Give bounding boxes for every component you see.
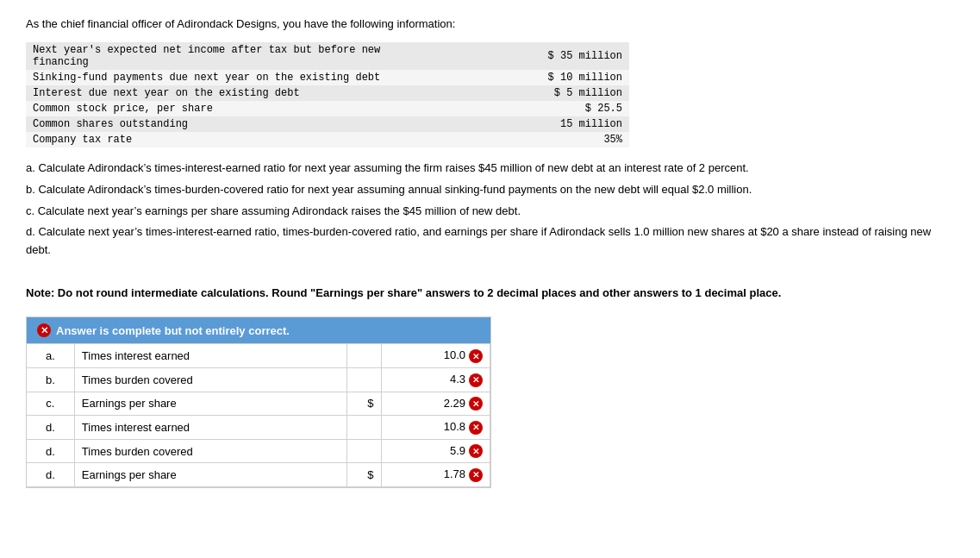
- answer-row-label: c.: [27, 392, 74, 416]
- answer-value: 1.78✕: [381, 463, 490, 487]
- info-label: Common shares outstanding: [26, 116, 414, 132]
- answer-row: d. Times interest earned 10.8✕: [27, 416, 490, 440]
- answer-header-text: Answer is complete but not entirely corr…: [56, 324, 290, 337]
- answer-row: c. Earnings per share $ 2.29✕: [27, 392, 490, 416]
- answer-value: 4.3✕: [381, 368, 490, 392]
- info-label: Interest due next year on the existing d…: [26, 85, 414, 101]
- answer-value: 10.8✕: [381, 416, 490, 440]
- answer-dollar: [347, 344, 382, 368]
- error-badge: ✕: [469, 468, 483, 482]
- answer-row-label: b.: [27, 368, 74, 392]
- info-row: Next year's expected net income after ta…: [26, 42, 629, 70]
- info-label: Common stock price, per share: [26, 101, 414, 116]
- answer-row: d. Times burden covered 5.9✕: [27, 439, 490, 463]
- answer-desc: Times interest earned: [74, 344, 346, 368]
- info-label: Sinking-fund payments due next year on t…: [26, 70, 414, 85]
- answer-dollar: $: [347, 392, 382, 416]
- question-item: d. Calculate next year’s times-interest-…: [26, 223, 954, 260]
- answer-header: ✕ Answer is complete but not entirely co…: [27, 317, 490, 343]
- answer-row-label: a.: [27, 344, 74, 368]
- question-item: c. Calculate next year’s earnings per sh…: [26, 203, 954, 221]
- answer-row: a. Times interest earned 10.0✕: [27, 344, 490, 368]
- answer-row: d. Earnings per share $ 1.78✕: [27, 463, 490, 487]
- info-value: $ 10 million: [414, 70, 629, 85]
- info-row: Company tax rate35%: [26, 132, 629, 147]
- answer-dollar: [347, 416, 382, 440]
- info-value: $ 35 million: [414, 42, 629, 70]
- question-item: a. Calculate Adirondack’s times-interest…: [26, 160, 954, 178]
- error-badge: ✕: [469, 397, 483, 411]
- answer-value: 2.29✕: [381, 392, 490, 416]
- info-label: Company tax rate: [26, 132, 414, 147]
- info-row: Common stock price, per share$ 25.5: [26, 101, 629, 116]
- error-icon: ✕: [37, 323, 51, 337]
- info-value: $ 5 million: [414, 85, 629, 101]
- answer-row-label: d.: [27, 416, 74, 440]
- error-badge: ✕: [469, 421, 483, 435]
- answer-dollar: [347, 439, 382, 463]
- answer-value: 10.0✕: [381, 344, 490, 368]
- questions-section: a. Calculate Adirondack’s times-interest…: [26, 160, 954, 260]
- note-text: Note: Do not round intermediate calculat…: [26, 285, 954, 302]
- answer-desc: Earnings per share: [74, 392, 346, 416]
- question-item: b. Calculate Adirondack’s times-burden-c…: [26, 181, 954, 199]
- info-value: 15 million: [414, 116, 629, 132]
- answer-dollar: [347, 368, 382, 392]
- answer-row: b. Times burden covered 4.3✕: [27, 368, 490, 392]
- info-row: Interest due next year on the existing d…: [26, 85, 629, 101]
- info-table: Next year's expected net income after ta…: [26, 42, 629, 147]
- info-label: Next year's expected net income after ta…: [26, 42, 414, 70]
- error-badge: ✕: [469, 349, 483, 363]
- answer-desc: Times burden covered: [74, 439, 346, 463]
- answer-dollar: $: [347, 463, 382, 487]
- intro-text: As the chief financial officer of Adiron…: [26, 17, 954, 30]
- answer-table: a. Times interest earned 10.0✕ b. Times …: [27, 343, 490, 486]
- answer-desc: Times interest earned: [74, 416, 346, 440]
- answer-row-label: d.: [27, 439, 74, 463]
- error-badge: ✕: [469, 373, 483, 387]
- info-row: Sinking-fund payments due next year on t…: [26, 70, 629, 85]
- info-value: 35%: [414, 132, 629, 147]
- answer-box: ✕ Answer is complete but not entirely co…: [26, 317, 491, 487]
- answer-value: 5.9✕: [381, 439, 490, 463]
- answer-desc: Earnings per share: [74, 463, 346, 487]
- info-row: Common shares outstanding15 million: [26, 116, 629, 132]
- error-badge: ✕: [469, 444, 483, 458]
- answer-row-label: d.: [27, 463, 74, 487]
- info-value: $ 25.5: [414, 101, 629, 116]
- answer-desc: Times burden covered: [74, 368, 346, 392]
